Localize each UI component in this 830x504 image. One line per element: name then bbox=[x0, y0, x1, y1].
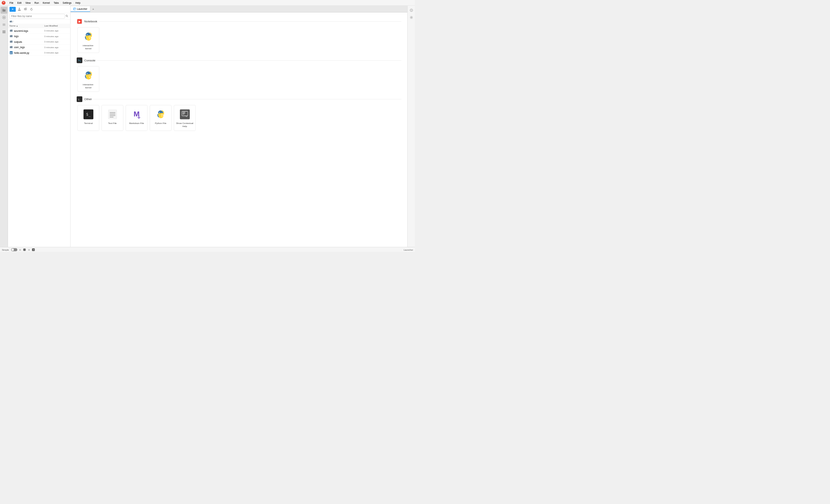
svg-point-44 bbox=[159, 112, 159, 113]
svg-text:$_: $_ bbox=[78, 98, 81, 101]
contextual-help-icon bbox=[181, 111, 188, 118]
add-tab-button[interactable]: + bbox=[91, 6, 96, 12]
python-console-icon bbox=[83, 70, 94, 81]
menu-help[interactable]: Help bbox=[74, 1, 82, 5]
property-inspector-button[interactable] bbox=[408, 7, 414, 13]
menu-file[interactable]: File bbox=[8, 1, 15, 5]
search-icon bbox=[66, 15, 68, 17]
menu-kernel[interactable]: Kernel bbox=[41, 1, 52, 5]
console-cards: interactive- kernel bbox=[77, 66, 402, 92]
terminal-card[interactable]: $_ Terminal bbox=[77, 105, 99, 131]
other-cards: $_ Terminal bbox=[77, 105, 402, 131]
upload-files-button[interactable] bbox=[23, 7, 28, 12]
terminal-card-label: Terminal bbox=[84, 122, 93, 125]
refresh-button[interactable] bbox=[29, 7, 34, 12]
menu-tabs[interactable]: Tabs bbox=[52, 1, 60, 5]
menu-view[interactable]: View bbox=[24, 1, 32, 5]
terminal-count: 0 bbox=[28, 248, 30, 251]
list-item[interactable]: azureml-logs 3 minutes ago bbox=[8, 28, 71, 34]
folder-icon bbox=[2, 8, 6, 12]
kernel-status-icon: ⬡ bbox=[23, 248, 26, 251]
search-input[interactable] bbox=[9, 14, 65, 19]
python-notebook-icon bbox=[83, 31, 94, 42]
sidebar-item-files[interactable] bbox=[0, 7, 7, 14]
list-item[interactable]: py hello-world.py 3 minutes ago bbox=[8, 50, 71, 56]
file-item-modified: 3 minutes ago bbox=[44, 35, 69, 38]
file-item-modified: 3 minutes ago bbox=[44, 41, 69, 43]
mode-toggle[interactable] bbox=[11, 248, 17, 251]
svg-point-52 bbox=[411, 11, 411, 11]
sidebar-icons bbox=[0, 6, 8, 247]
svg-rect-11 bbox=[4, 32, 5, 33]
other-icon: $_ bbox=[77, 97, 82, 102]
console-kernel-label: interactive- kernel bbox=[80, 83, 98, 89]
markdown-icon: M bbox=[131, 109, 142, 119]
column-modified[interactable]: Last Modified bbox=[44, 25, 69, 27]
launcher-content: ▶ Notebook bbox=[71, 13, 408, 247]
terminal-icon: $_ bbox=[83, 110, 93, 119]
file-item-modified: 3 minutes ago bbox=[44, 46, 69, 49]
tab-launcher[interactable]: Launcher bbox=[71, 6, 90, 12]
file-item-name: logs bbox=[14, 35, 44, 38]
sidebar-item-extensions[interactable] bbox=[0, 28, 7, 35]
svg-rect-2 bbox=[2, 9, 4, 10]
console-section-header: Console bbox=[77, 58, 402, 63]
text-file-card[interactable]: Text File bbox=[102, 105, 124, 131]
app: + bbox=[0, 6, 415, 252]
upload-button[interactable] bbox=[17, 7, 22, 12]
markdown-card[interactable]: M Markdown File bbox=[126, 105, 148, 131]
svg-text:⊞: ⊞ bbox=[33, 249, 34, 251]
python-file-card-icon bbox=[155, 109, 166, 120]
main-panel: Launcher + ▶ Notebook bbox=[71, 6, 408, 247]
file-list: azureml-logs 3 minutes ago logs 3 minute… bbox=[8, 28, 71, 247]
svg-rect-9 bbox=[4, 31, 5, 32]
menu-edit[interactable]: Edit bbox=[16, 1, 23, 5]
new-launcher-button[interactable]: + bbox=[9, 7, 16, 12]
python-file-card[interactable]: Python File bbox=[150, 105, 172, 131]
file-panel: + bbox=[8, 6, 71, 247]
text-file-icon bbox=[107, 110, 117, 119]
search-button[interactable] bbox=[65, 14, 69, 19]
svg-point-4 bbox=[3, 17, 5, 18]
app-logo bbox=[2, 1, 6, 5]
menu-settings[interactable]: Settings bbox=[61, 1, 73, 5]
other-section-header: $_ Other bbox=[77, 96, 402, 102]
settings-button[interactable] bbox=[408, 14, 414, 20]
list-item[interactable]: outputs 3 minutes ago bbox=[8, 39, 71, 45]
notebook-icon: ▶ bbox=[77, 19, 82, 24]
notebook-kernel-card[interactable]: interactive- kernel bbox=[77, 27, 99, 53]
svg-rect-46 bbox=[182, 111, 188, 116]
python-file-icon: py bbox=[9, 51, 13, 55]
svg-point-25 bbox=[87, 35, 87, 35]
python-file-card-label: Python File bbox=[155, 122, 166, 125]
svg-point-0 bbox=[2, 1, 6, 5]
search-bar bbox=[8, 13, 71, 20]
svg-point-31 bbox=[87, 73, 87, 74]
sidebar-item-running[interactable] bbox=[0, 14, 7, 21]
active-panel-label: Launcher bbox=[403, 248, 413, 251]
breadcrumb-path: / bbox=[13, 20, 13, 23]
folder-icon bbox=[9, 40, 13, 44]
contextual-help-card[interactable]: Show Contextual Help bbox=[174, 105, 196, 131]
list-item[interactable]: logs 3 minutes ago bbox=[8, 34, 71, 39]
list-item[interactable]: user_logs 3 minutes ago bbox=[8, 45, 71, 50]
console-kernel-card[interactable]: interactive- kernel bbox=[77, 66, 99, 92]
upload-icon bbox=[18, 8, 21, 11]
contextual-help-card-icon bbox=[179, 109, 191, 120]
folder-icon bbox=[9, 35, 13, 38]
plus-icon: + bbox=[12, 8, 14, 11]
svg-rect-48 bbox=[183, 113, 185, 113]
upload-files-icon bbox=[24, 8, 27, 11]
contextual-help-card-label: Show Contextual Help bbox=[176, 122, 194, 128]
svg-point-32 bbox=[90, 77, 90, 77]
menu-run[interactable]: Run bbox=[33, 1, 41, 5]
svg-rect-10 bbox=[3, 32, 4, 33]
svg-line-14 bbox=[67, 16, 68, 17]
sidebar-item-commands[interactable] bbox=[0, 21, 7, 28]
folder-icon bbox=[9, 29, 13, 33]
column-name[interactable]: Name ▲ bbox=[9, 25, 44, 27]
main-content: + bbox=[0, 6, 415, 247]
status-right: Launcher bbox=[403, 248, 413, 251]
svg-rect-35 bbox=[108, 110, 117, 119]
markdown-card-icon: M bbox=[131, 109, 142, 120]
